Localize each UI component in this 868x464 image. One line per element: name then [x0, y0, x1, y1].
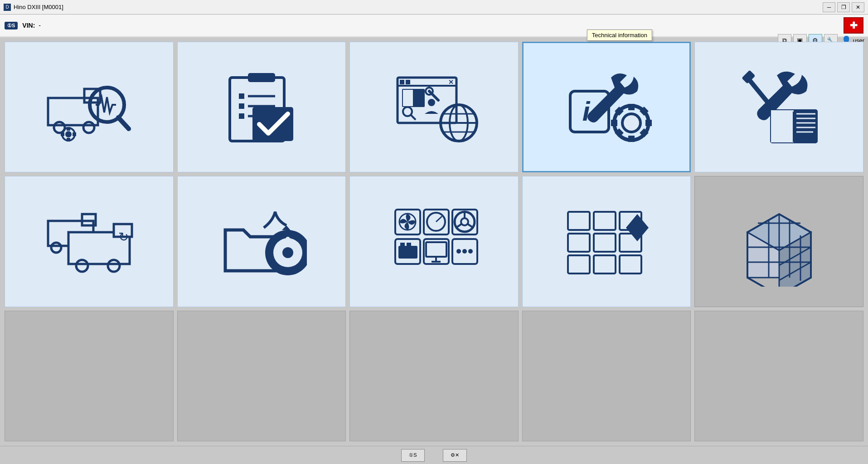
svg-rect-87 [400, 243, 405, 248]
tile-inspection[interactable] [177, 42, 346, 172]
svg-rect-53 [771, 110, 794, 142]
tile-custom-function[interactable] [522, 176, 691, 307]
svg-rect-103 [568, 255, 590, 274]
minimize-button[interactable]: ─ [823, 2, 835, 12]
svg-point-62 [51, 243, 61, 253]
bottom-right-icon: ⚙✕ [451, 452, 459, 458]
svg-rect-8 [67, 127, 70, 131]
title-bar-left: D Hino DXIII [M0001] [4, 4, 63, 11]
svg-line-31 [411, 115, 416, 120]
svg-rect-105 [620, 255, 641, 274]
svg-point-3 [83, 122, 94, 133]
toolbar-badge: ①S [5, 22, 18, 29]
svg-marker-106 [626, 214, 649, 241]
svg-point-72 [282, 247, 293, 258]
tile-3d-cube[interactable] [694, 176, 863, 307]
svg-point-41 [622, 114, 640, 132]
svg-point-32 [428, 99, 435, 106]
svg-text:i: i [582, 96, 591, 127]
svg-rect-42 [628, 104, 635, 110]
main-grid: ✕ Technical information i [0, 37, 868, 446]
svg-rect-88 [407, 243, 411, 248]
svg-point-96 [468, 249, 473, 254]
tile-internet-browser[interactable]: ✕ [349, 42, 519, 172]
svg-text:✕: ✕ [448, 78, 454, 86]
svg-rect-104 [594, 255, 616, 274]
vin-label: VIN: [22, 22, 35, 29]
svg-point-95 [462, 249, 467, 254]
svg-rect-9 [67, 138, 70, 142]
svg-line-78 [436, 216, 442, 222]
svg-line-28 [429, 91, 438, 100]
svg-rect-23 [400, 80, 404, 84]
title-bar-controls: ─ ❐ ✕ [823, 2, 864, 12]
svg-point-7 [65, 131, 72, 137]
svg-rect-97 [568, 212, 590, 230]
tile-fleet-management[interactable]: ↻ [5, 176, 174, 307]
app-icon: D [4, 4, 11, 11]
svg-rect-10 [61, 132, 64, 136]
tile-repair-manual[interactable] [694, 42, 863, 172]
svg-rect-98 [594, 212, 616, 230]
bottom-bar: ①S ⚙✕ [0, 446, 868, 464]
svg-rect-11 [73, 132, 76, 136]
svg-point-81 [461, 218, 468, 225]
svg-rect-24 [406, 80, 410, 84]
svg-rect-44 [611, 120, 617, 126]
svg-rect-45 [645, 120, 652, 126]
title-bar: D Hino DXIII [M0001] ─ ❐ ✕ [0, 0, 868, 15]
svg-text:↻: ↻ [118, 230, 129, 244]
tile-health-check[interactable] [5, 42, 174, 172]
svg-line-5 [118, 117, 129, 129]
svg-rect-18 [239, 113, 244, 119]
bottom-left-button[interactable]: ①S [401, 449, 424, 462]
svg-rect-101 [594, 234, 616, 252]
svg-rect-100 [568, 234, 590, 252]
bottom-right-button[interactable]: ⚙✕ [443, 449, 467, 462]
svg-rect-27 [403, 90, 413, 106]
svg-point-73 [286, 237, 290, 241]
tile-empty-3 [349, 311, 519, 441]
bottom-left-badge: ①S [409, 452, 417, 458]
toolbar: ①S VIN: - ✚ ⧉ ▣ ⚙ 🔧 👤 user [0, 15, 868, 37]
tile-empty-4 [522, 311, 691, 441]
restore-button[interactable]: ❐ [837, 2, 850, 12]
tile-vehicle-config[interactable] [349, 176, 519, 307]
svg-rect-43 [628, 136, 635, 142]
tile-empty-5 [694, 311, 863, 441]
vin-area: VIN: - [22, 22, 41, 29]
window-title: Hino DXIII [M0001] [14, 4, 63, 10]
tile-empty-2 [177, 311, 346, 441]
svg-rect-13 [248, 73, 275, 82]
svg-rect-90 [426, 242, 446, 257]
tile-data-backup[interactable] [177, 176, 346, 307]
tile-empty-1 [5, 311, 174, 441]
tile-technical-info[interactable]: Technical information i [522, 42, 691, 172]
svg-point-30 [403, 107, 412, 116]
svg-rect-16 [239, 103, 244, 109]
svg-line-83 [456, 224, 461, 228]
close-button[interactable]: ✕ [852, 2, 864, 12]
svg-point-94 [456, 249, 461, 254]
vin-value: - [39, 22, 41, 29]
svg-rect-14 [239, 93, 244, 99]
svg-line-84 [468, 224, 473, 228]
